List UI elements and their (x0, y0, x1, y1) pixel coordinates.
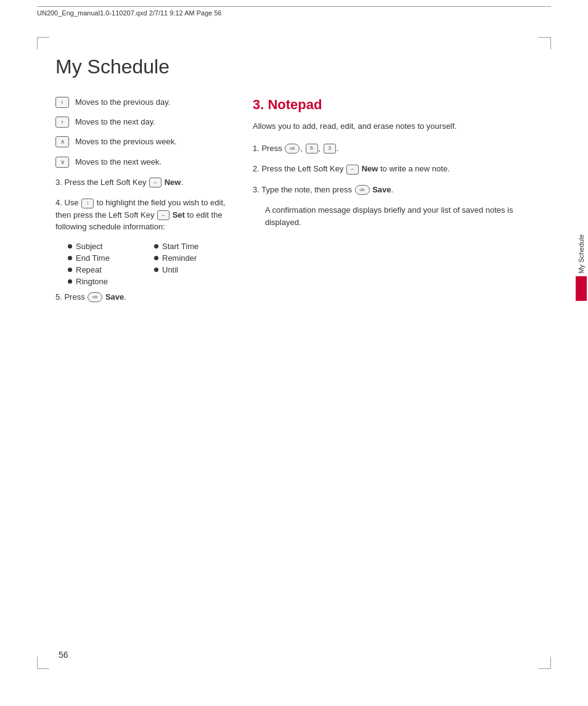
ok-icon-1: ok (285, 144, 300, 154)
reminder-label: Reminder (162, 253, 197, 263)
key-6-icon: 6 (306, 144, 318, 154)
bullet-dot (154, 244, 158, 248)
left-soft-key-icon-2: – (346, 165, 359, 174)
notepad-heading: 3. Notepad (253, 97, 533, 113)
page-title: My Schedule (55, 55, 533, 78)
prev-week-icon: ∧ (55, 136, 69, 147)
end-time-label: End Time (76, 253, 110, 263)
bullet-end-time: End Time (68, 253, 142, 263)
until-label: Until (162, 265, 178, 274)
new-label-2: New (362, 164, 378, 173)
header-bar: UN200_Eng_manual1.0-110207.qxd 2/7/11 9:… (37, 6, 551, 17)
bullet-dot (154, 256, 158, 260)
confirmation-note: A confirmation message displays briefly … (265, 204, 533, 228)
nav-item-next-day: › Moves to the next day. (55, 117, 228, 128)
save-label: Save (105, 292, 124, 302)
right-column: 3. Notepad Allows you to add, read, edit… (253, 97, 533, 311)
next-day-icon: › (55, 117, 69, 128)
side-tab-bar (576, 276, 587, 301)
bullet-ringtone: Ringtone (68, 277, 142, 286)
main-content: My Schedule ‹ Moves to the previous day.… (55, 55, 533, 651)
start-time-label: Start Time (162, 242, 198, 251)
save-label-2: Save (372, 185, 391, 194)
notepad-step-3: 3. Type the note, then press ok Save. (253, 184, 533, 196)
header-text: UN200_Eng_manual1.0-110207.qxd 2/7/11 9:… (37, 9, 222, 17)
repeat-label: Repeat (76, 265, 102, 274)
page-number: 56 (59, 650, 68, 660)
key-3-icon: 3 (324, 144, 336, 154)
bullet-repeat: Repeat (68, 265, 142, 274)
prev-week-text: Moves to the previous week. (75, 136, 228, 147)
notepad-step-1: 1. Press ok, 6, 3. (253, 142, 533, 155)
side-tab-label: My Schedule (578, 234, 585, 274)
prev-day-icon: ‹ (55, 97, 69, 108)
ringtone-label: Ringtone (76, 277, 108, 286)
confirmation-text: A confirmation message displays briefly … (265, 205, 513, 227)
bullet-dot (68, 279, 72, 284)
bullet-dot (68, 256, 72, 260)
next-week-icon: ∨ (55, 157, 69, 168)
notepad-step-2: 2. Press the Left Soft Key – New to writ… (253, 163, 533, 175)
nav-item-prev-week: ∧ Moves to the previous week. (55, 136, 228, 147)
corner-mark-tl (37, 37, 49, 49)
side-tab: My Schedule (574, 234, 588, 308)
step-4: 4. Use ↕ to highlight the field you wish… (55, 197, 228, 233)
notepad-step-2-text: 2. Press the Left Soft Key – New to writ… (253, 164, 450, 173)
bullet-subject: Subject (68, 242, 142, 251)
set-label: Set (173, 210, 185, 220)
step-5: 5. Press ok Save. (55, 291, 228, 303)
step-5-text: 5. Press ok Save. (55, 292, 126, 302)
bullet-start-time: Start Time (154, 242, 228, 251)
corner-mark-bl (37, 657, 49, 669)
corner-mark-tr (539, 37, 551, 49)
next-week-text: Moves to the next week. (75, 157, 228, 168)
ok-icon-step5: ok (88, 292, 102, 302)
notepad-step-1-text: 1. Press ok, 6, 3. (253, 144, 338, 153)
bullet-until: Until (154, 265, 228, 274)
left-column: ‹ Moves to the previous day. › Moves to … (55, 97, 228, 311)
step-3: 3. Press the Left Soft Key – New. (55, 176, 228, 189)
bullet-reminder: Reminder (154, 253, 228, 263)
nav-circle-icon: ↕ (81, 199, 94, 208)
next-day-text: Moves to the next day. (75, 117, 228, 128)
nav-item-prev-day: ‹ Moves to the previous day. (55, 97, 228, 108)
step-3-text: 3. Press the Left Soft Key – New. (55, 178, 183, 187)
bullet-dot (68, 268, 72, 272)
notepad-intro: Allows you to add, read, edit, and erase… (253, 120, 533, 133)
step-4-text: 4. Use ↕ to highlight the field you wish… (55, 198, 226, 231)
notepad-step-3-text: 3. Type the note, then press ok Save. (253, 185, 393, 194)
subject-label: Subject (76, 242, 102, 251)
prev-day-text: Moves to the previous day. (75, 97, 228, 108)
new-label: New (165, 178, 181, 187)
schedule-fields: Subject Start Time End Time Reminder Rep… (68, 242, 228, 286)
two-column-layout: ‹ Moves to the previous day. › Moves to … (55, 97, 533, 311)
ok-icon-3: ok (355, 185, 370, 195)
bullet-dot (154, 268, 158, 272)
bullet-dot (68, 244, 72, 248)
set-soft-key-icon: – (157, 210, 169, 220)
left-soft-key-icon: – (149, 178, 161, 187)
nav-item-next-week: ∨ Moves to the next week. (55, 157, 228, 168)
corner-mark-br (539, 657, 551, 669)
